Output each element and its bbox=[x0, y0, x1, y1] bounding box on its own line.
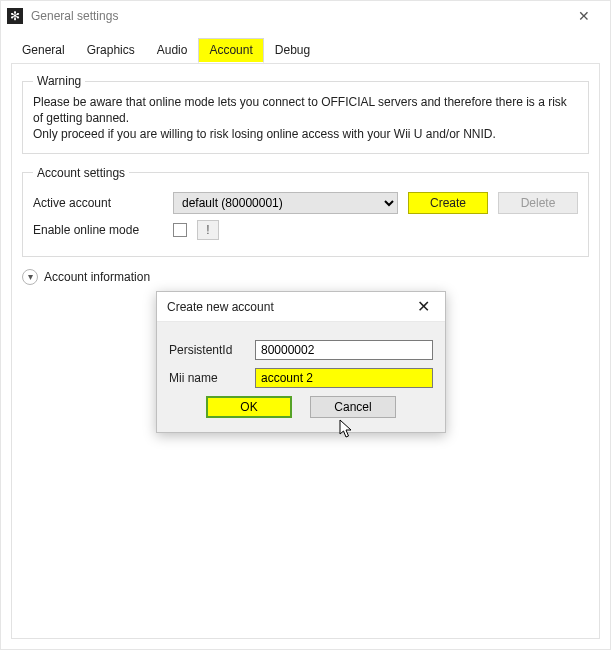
account-settings-group: Account settings Active account default … bbox=[22, 166, 589, 257]
account-info-expander[interactable]: ▾ Account information bbox=[22, 269, 589, 285]
miiname-label: Mii name bbox=[169, 371, 247, 385]
persistentid-label: PersistentId bbox=[169, 343, 247, 357]
enable-online-checkbox[interactable] bbox=[173, 223, 187, 237]
tab-general[interactable]: General bbox=[11, 38, 76, 63]
delete-account-button: Delete bbox=[498, 192, 578, 214]
miiname-input[interactable] bbox=[255, 368, 433, 388]
tab-audio[interactable]: Audio bbox=[146, 38, 199, 63]
persistentid-input[interactable] bbox=[255, 340, 433, 360]
cancel-button[interactable]: Cancel bbox=[310, 396, 396, 418]
tab-graphics[interactable]: Graphics bbox=[76, 38, 146, 63]
window-title: General settings bbox=[31, 9, 564, 23]
settings-window: ✻ General settings ✕ General Graphics Au… bbox=[0, 0, 611, 650]
tabstrip: General Graphics Audio Account Debug bbox=[1, 31, 610, 63]
online-mode-row: Enable online mode ! bbox=[33, 220, 578, 240]
online-info-button[interactable]: ! bbox=[197, 220, 219, 240]
titlebar: ✻ General settings ✕ bbox=[1, 1, 610, 31]
close-button[interactable]: ✕ bbox=[564, 3, 604, 29]
active-account-select[interactable]: default (80000001) bbox=[173, 192, 398, 214]
dialog-close-button[interactable]: ✕ bbox=[411, 297, 435, 316]
warning-line1: Please be aware that online mode lets yo… bbox=[33, 94, 578, 126]
tab-debug[interactable]: Debug bbox=[264, 38, 321, 63]
chevron-down-icon: ▾ bbox=[22, 269, 38, 285]
tab-account[interactable]: Account bbox=[198, 38, 263, 63]
create-account-button[interactable]: Create bbox=[408, 192, 488, 214]
warning-group: Warning Please be aware that online mode… bbox=[22, 74, 589, 154]
active-account-label: Active account bbox=[33, 196, 163, 210]
create-account-dialog: Create new account ✕ PersistentId Mii na… bbox=[156, 291, 446, 433]
warning-line2: Only proceed if you are willing to risk … bbox=[33, 126, 578, 142]
dialog-titlebar: Create new account ✕ bbox=[157, 292, 445, 322]
dialog-body: PersistentId Mii name OK Cancel bbox=[157, 322, 445, 432]
warning-legend: Warning bbox=[33, 74, 85, 88]
account-info-label: Account information bbox=[44, 270, 150, 284]
active-account-row: Active account default (80000001) Create… bbox=[33, 192, 578, 214]
gear-icon: ✻ bbox=[7, 8, 23, 24]
account-settings-legend: Account settings bbox=[33, 166, 129, 180]
enable-online-label: Enable online mode bbox=[33, 223, 163, 237]
dialog-title: Create new account bbox=[167, 300, 274, 314]
ok-button[interactable]: OK bbox=[206, 396, 292, 418]
